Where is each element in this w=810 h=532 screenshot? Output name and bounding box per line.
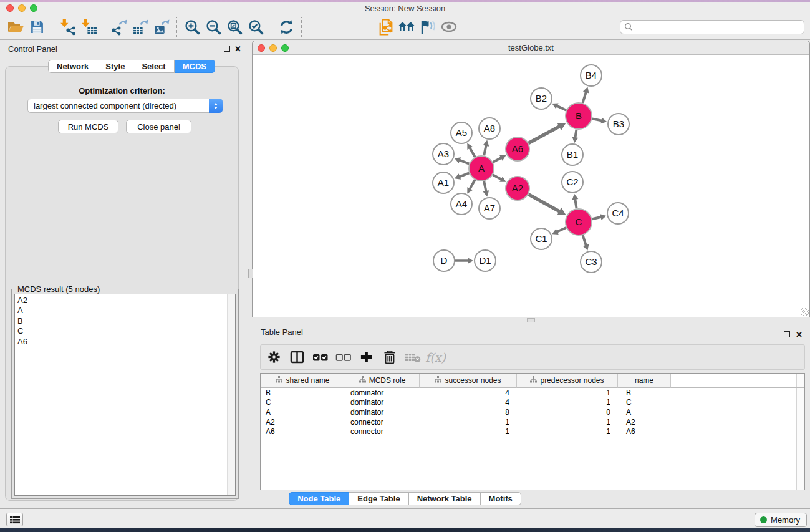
tab-edge-table[interactable]: Edge Table (349, 492, 408, 505)
style-flag-icon[interactable] (417, 17, 438, 37)
mcds-result-list[interactable]: A2ABCA6 (14, 294, 236, 496)
column-header-name[interactable]: name (618, 374, 671, 388)
table-cell[interactable]: C (261, 398, 345, 408)
table-cell[interactable]: 0 (517, 408, 618, 418)
search-input[interactable] (633, 22, 804, 31)
home-pages-icon[interactable] (396, 17, 417, 37)
edge-C-C3[interactable] (583, 235, 586, 246)
tab-network-table[interactable]: Network Table (409, 492, 481, 505)
show-columns-icon[interactable] (312, 348, 329, 367)
edge-C-C1[interactable] (556, 228, 566, 232)
column-header-MCDS-role[interactable]: MCDS role (345, 374, 420, 388)
node-table[interactable]: shared nameMCDS rolesuccessor nodesprede… (260, 373, 805, 490)
gear-icon[interactable] (266, 348, 282, 367)
table-cell[interactable]: A6 (261, 427, 345, 437)
table-cell[interactable]: A6 (618, 427, 671, 437)
app-titlebar[interactable]: Session: New Session (0, 2, 810, 14)
column-header-shared-name[interactable]: shared name (261, 374, 345, 388)
table-panel-close-icon[interactable]: ✕ (796, 332, 803, 338)
column-header-predecessor-nodes[interactable]: predecessor nodes (517, 374, 618, 388)
copy-network-document-icon[interactable] (375, 17, 396, 37)
edge-A-A1[interactable] (459, 173, 469, 177)
table-cell[interactable]: 1 (517, 418, 618, 428)
tab-node-table[interactable]: Node Table (289, 492, 349, 505)
result-item[interactable]: B (15, 316, 235, 326)
table-cell[interactable]: 1 (517, 398, 618, 408)
result-item[interactable]: A (15, 306, 235, 316)
close-panel-button[interactable]: Close panel (126, 120, 191, 133)
edge-A-A3[interactable] (459, 160, 469, 163)
edge-B-B1[interactable] (575, 130, 576, 138)
table-cell[interactable]: dominator (345, 389, 420, 399)
table-cell[interactable]: A (261, 408, 345, 418)
table-cell[interactable]: 4 (420, 398, 517, 408)
tab-network[interactable]: Network (48, 60, 97, 73)
memory-button[interactable]: Memory (755, 513, 807, 527)
table-cell[interactable]: dominator (345, 398, 420, 408)
network-canvas[interactable]: B4B2BB3A8A5A6A3B1AC2A1A2A4A7C4CC1DD1C3 (253, 55, 809, 317)
export-table-icon[interactable] (130, 17, 151, 37)
zoom-out-icon[interactable] (203, 17, 224, 37)
edge-B-B4[interactable] (582, 92, 586, 103)
table-cell[interactable]: C (618, 398, 671, 408)
edge-A6-B[interactable] (529, 126, 561, 143)
edge-A-A2[interactable] (493, 175, 501, 180)
table-cell[interactable]: 8 (420, 408, 517, 418)
edge-A-A6[interactable] (493, 158, 502, 163)
table-cell[interactable]: B (261, 389, 345, 399)
edge-A-A5[interactable] (470, 147, 475, 157)
result-item[interactable]: A2 (15, 294, 235, 306)
vertical-splitter-grip[interactable] (248, 269, 253, 278)
control-panel-float-button[interactable] (224, 46, 230, 52)
edge-A-A8[interactable] (484, 145, 486, 155)
edge-B-B3[interactable] (592, 118, 602, 120)
edge-B-B2[interactable] (556, 105, 566, 110)
edge-C-C2[interactable] (575, 198, 576, 208)
open-session-icon[interactable] (5, 17, 26, 37)
task-history-button[interactable] (6, 513, 23, 526)
table-cell[interactable]: A2 (261, 418, 345, 428)
search-field[interactable] (620, 20, 804, 34)
edge-A-A7[interactable] (484, 181, 486, 192)
table-cell[interactable]: 1 (517, 427, 618, 437)
delete-column-icon[interactable] (381, 348, 398, 367)
network-window-titlebar[interactable]: testGlobe.txt (253, 41, 809, 55)
apply-layout-icon[interactable] (276, 17, 297, 37)
zoom-fit-icon[interactable] (224, 17, 245, 37)
optimization-criterion-dropdown[interactable]: largest connected component (directed) (27, 99, 223, 113)
table-cell[interactable]: A (618, 408, 671, 418)
table-cell[interactable]: 1 (517, 389, 618, 399)
table-cell[interactable]: 1 (420, 427, 517, 437)
dropdown-stepper-icon[interactable] (209, 99, 223, 113)
tab-style[interactable]: Style (97, 60, 133, 73)
import-network-icon[interactable] (57, 17, 78, 37)
hide-columns-icon[interactable] (335, 348, 352, 367)
table-cell[interactable]: 4 (420, 389, 517, 399)
table-cell[interactable]: connector (345, 418, 420, 428)
zoom-in-icon[interactable] (181, 17, 203, 37)
window-resize-grip-icon[interactable] (801, 308, 809, 316)
export-image-icon[interactable] (151, 17, 172, 37)
split-columns-icon[interactable] (289, 348, 306, 367)
column-header-successor-nodes[interactable]: successor nodes (420, 374, 517, 388)
result-item[interactable]: C (15, 326, 235, 336)
table-cell[interactable]: 1 (420, 418, 517, 428)
table-scrollbar-track[interactable] (796, 374, 804, 490)
network-graph[interactable]: B4B2BB3A8A5A6A3B1AC2A1A2A4A7C4CC1DD1C3 (253, 55, 809, 317)
save-session-icon[interactable] (26, 17, 47, 37)
table-cell[interactable]: dominator (345, 408, 420, 418)
tab-select[interactable]: Select (133, 60, 174, 73)
network-view-window[interactable]: testGlobe.txt B4B2BB3A8A5A6A3B1AC2A1A2A4… (252, 41, 810, 317)
table-cell[interactable]: B (618, 389, 671, 399)
zoom-selected-icon[interactable] (245, 17, 266, 37)
edge-C-C4[interactable] (592, 217, 601, 219)
table-cell[interactable]: connector (345, 427, 420, 437)
result-list-scrollbar[interactable] (227, 294, 235, 495)
export-network-icon[interactable] (108, 17, 130, 37)
eye-icon[interactable] (438, 17, 460, 37)
result-item[interactable]: A6 (15, 337, 235, 347)
edge-A-A4[interactable] (470, 180, 475, 189)
edge-A2-C[interactable] (529, 195, 561, 212)
tab-motifs[interactable]: Motifs (481, 492, 521, 505)
table-cell[interactable]: A2 (618, 418, 671, 428)
